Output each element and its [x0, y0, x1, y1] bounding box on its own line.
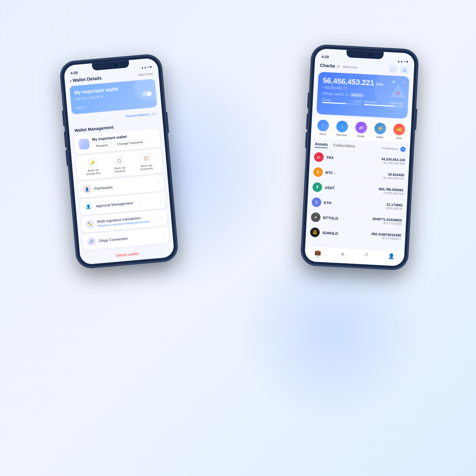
trx-values: 34,234,453.126 ≈$ 2,760,842.982	[381, 157, 405, 165]
wallet-avatar	[78, 139, 90, 150]
scan-icon[interactable]: ⊡	[400, 66, 409, 75]
swap-label: Swap	[357, 134, 364, 138]
energy-resource: Energy37/60	[322, 98, 361, 105]
copy-icon[interactable]: ⧉	[101, 95, 103, 99]
send-icon: ↑	[317, 119, 329, 131]
add-asset-button[interactable]: +	[400, 147, 406, 152]
backup-keystore-label: Back Upkeystore	[114, 166, 126, 173]
phone-left: 4:20 ▲▲ ≈ ■ ‹ Wallet Details MainChain M…	[60, 54, 178, 268]
dapp-icon: 🔗	[87, 237, 96, 246]
nav-assets[interactable]: 💼	[314, 249, 322, 258]
qr-scan-icon[interactable]: ⬚	[388, 65, 397, 74]
preference-button[interactable]: ↕ Preference	[380, 146, 399, 151]
multisig-chevron: ›	[161, 215, 163, 220]
chain-label-left: MainChain	[138, 72, 153, 77]
nav-history-icon: ↺	[364, 251, 369, 258]
send-action[interactable]: ↑ Send	[317, 119, 329, 136]
multisig-text: Multi-signature transaction Request or p…	[97, 214, 158, 227]
permission-text: Permission	[94, 181, 155, 191]
wallet-details-screen: 4:20 ▲▲ ≈ ■ ‹ Wallet Details MainChain M…	[63, 58, 175, 265]
energy-fill	[322, 102, 346, 104]
address-copy-icon[interactable]: ⧉	[346, 93, 349, 96]
chain-label-right: MainChain	[342, 65, 358, 69]
nav-profile[interactable]: 👤	[388, 253, 395, 262]
vote-icon: 🎫	[393, 123, 405, 136]
usdt-symbol: USDT	[324, 185, 335, 190]
sun-symbol: SUNOLD	[322, 231, 338, 236]
multisig-icon: ✏️	[85, 219, 95, 229]
wallet-address: THPwer...5wtfYC	[322, 92, 344, 96]
eth-icon: Ξ	[312, 197, 322, 207]
permission-label: Permission	[94, 181, 155, 191]
usdt-icon: ₮	[312, 182, 322, 192]
sun-icon: 😎	[310, 227, 320, 237]
wallet-toggle[interactable]	[142, 91, 152, 97]
backup-mnemonic[interactable]: 📋 Back Upmnemonic	[139, 153, 153, 171]
receive-action[interactable]: ↓ Receive	[336, 120, 348, 137]
usdt-values: 602,786.035091 ≈$ 606,000.199	[378, 187, 404, 195]
wallet-info: My important wallet Rename Change Passwo…	[92, 132, 156, 150]
eth-values: 21.174682 ≈$ 85,885.35	[386, 202, 403, 210]
camera-left	[115, 63, 117, 66]
backup-key-label: Back Upprivate key	[86, 168, 100, 176]
btc-icon: ₿	[313, 167, 323, 177]
hd-badge: Non-HD	[350, 93, 364, 98]
nav-assets-icon: 💼	[314, 249, 321, 256]
backup-keystore-icon: 📋	[115, 156, 124, 165]
balance-currency: TRX	[376, 82, 383, 87]
vote-action[interactable]: 🎫 Vote	[393, 123, 405, 140]
asset-list: ▷ TRX 34,234,453.126 ≈$ 2,760,842.982 ₿ …	[306, 149, 410, 244]
backup-mnemonic-icon: 📋	[141, 154, 150, 163]
nav-active-dot	[317, 257, 318, 258]
approval-chevron: ›	[159, 198, 161, 203]
send-label: Send	[319, 132, 326, 136]
nav-layers-icon: ◈	[340, 250, 345, 257]
status-icons-right: ▲▲ ≈ ■	[397, 59, 408, 63]
btt-values: 2648771.04328662 ≈$ 6.77419355	[372, 217, 402, 225]
status-time-left: 4:20	[70, 70, 78, 75]
stake-icon: ⚡	[374, 122, 386, 135]
user-swap-icon[interactable]: ⇄	[337, 64, 340, 69]
backup-private-key[interactable]: 🔑 Back Upprivate key	[85, 158, 100, 175]
phone-right: 4:20 ▲▲ ≈ ■ Charlie ⇄ MainChain ⬚ ⊡	[301, 45, 418, 270]
btt-symbol: BTTOLD	[323, 216, 338, 221]
backup-row: 🔑 Back Upprivate key 📋 Back Upkeystore 📋…	[76, 149, 163, 180]
approval-text: Approval Management	[96, 199, 157, 208]
btc-verified-icon: ✓	[334, 171, 337, 175]
phones-container: 4:20 ▲▲ ≈ ■ ‹ Wallet Details MainChain M…	[53, 26, 423, 450]
trx-symbol: TRX	[326, 155, 334, 160]
nav-profile-icon: 👤	[388, 253, 395, 259]
trx-icon: ▷	[314, 152, 324, 162]
dapp-label: DApp Connection	[99, 234, 160, 243]
vote-label: Vote	[396, 136, 402, 140]
balance-card: 👁 ↗ 56,456,453.221 TRX ≈ $3,951,951.71 T…	[316, 72, 409, 119]
nav-layers[interactable]: ◈	[340, 250, 345, 259]
stake-action[interactable]: ⚡ Stake	[374, 122, 386, 139]
sun-values: 692.418878222498 ≈$ 13.5483871	[371, 232, 401, 240]
bandwidth-bar	[364, 104, 403, 107]
dapp-text: DApp Connection	[99, 234, 160, 243]
tab-collectibles[interactable]: Collectibles	[333, 143, 355, 149]
swap-action[interactable]: ⇄ Swap	[355, 121, 367, 138]
tab-assets[interactable]: Assets	[315, 141, 328, 148]
action-buttons: ↑ Send ↓ Receive ⇄ Swap ⚡ Stake 🎫 Vot	[311, 116, 411, 143]
permission-icon: 👤	[82, 185, 91, 194]
rename-button[interactable]: Rename	[93, 141, 112, 149]
camera-right	[369, 53, 372, 56]
main-wallet-screen: 4:20 ▲▲ ≈ ■ Charlie ⇄ MainChain ⬚ ⊡	[304, 48, 415, 267]
btt-icon: ⚙	[311, 212, 321, 222]
bandwidth-resource: Bandwidth4000/5000	[364, 100, 403, 107]
approval-label: Approval Management	[96, 199, 157, 208]
eth-symbol: ETH	[324, 200, 331, 205]
change-password-button[interactable]: Change Password	[113, 139, 147, 148]
receive-label: Receive	[336, 133, 347, 137]
status-time-right: 4:20	[321, 54, 329, 59]
wallet-card-index: Index 0	[75, 99, 153, 110]
user-info: Charlie ⇄ MainChain	[320, 63, 358, 70]
dapp-chevron: ›	[163, 233, 164, 237]
backup-keystore[interactable]: 📋 Back Upkeystore	[113, 156, 126, 173]
bandwidth-fill	[364, 104, 395, 107]
tron-logo-decoration	[390, 84, 406, 101]
bottom-nav: 💼 ◈ ↺ 👤	[304, 246, 404, 267]
nav-history[interactable]: ↺	[364, 251, 369, 260]
